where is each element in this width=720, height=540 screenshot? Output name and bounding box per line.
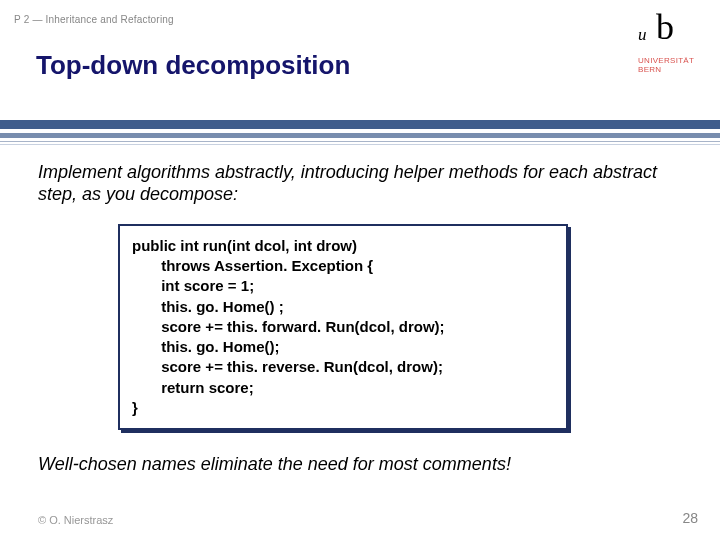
lead-text: Implement algorithms abstractly, introdu… <box>38 162 682 206</box>
page-number: 28 <box>682 510 698 526</box>
logo-u-char: u <box>638 25 647 45</box>
content: Implement algorithms abstractly, introdu… <box>38 162 682 475</box>
code-line: } <box>132 398 554 418</box>
code-line: score += this. reverse. Run(dcol, drow); <box>132 357 554 377</box>
code-line: int score = 1; <box>132 276 554 296</box>
university-logo: u b UNIVERSITÄT BERN <box>620 6 698 116</box>
breadcrumb: P 2 — Inheritance and Refactoring <box>14 14 174 25</box>
logo-line1: UNIVERSITÄT <box>638 56 698 65</box>
header: P 2 — Inheritance and Refactoring Top-do… <box>0 0 720 120</box>
page-title: Top-down decomposition <box>36 50 350 81</box>
footer: © O. Nierstrasz 28 <box>38 514 698 526</box>
code-line: return score; <box>132 378 554 398</box>
divider-bars <box>0 120 720 148</box>
logo-b-char: b <box>656 6 674 48</box>
commentary-text: Well-chosen names eliminate the need for… <box>38 454 682 475</box>
code-line: this. go. Home() ; <box>132 297 554 317</box>
logo-line2: BERN <box>638 65 698 74</box>
code-box: public int run(int dcol, int drow) throw… <box>118 224 568 430</box>
code-line: this. go. Home(); <box>132 337 554 357</box>
code-line: public int run(int dcol, int drow) <box>132 236 554 256</box>
code-line: throws Assertion. Exception { <box>132 256 554 276</box>
copyright: © O. Nierstrasz <box>38 514 113 526</box>
code-line: score += this. forward. Run(dcol, drow); <box>132 317 554 337</box>
